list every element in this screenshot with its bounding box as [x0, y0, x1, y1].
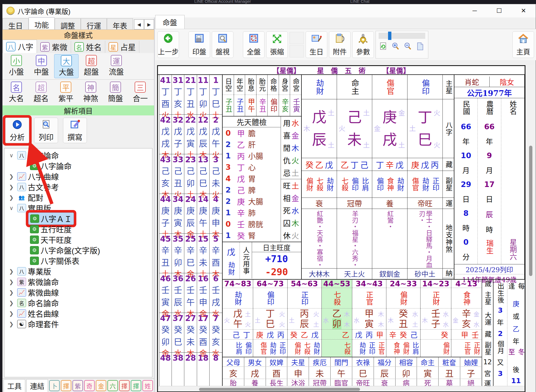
- 撰寫-button[interactable]: 撰寫: [63, 118, 87, 143]
- tree-item-實用版[interactable]: ∨八實用版: [4, 203, 152, 213]
- toolbar-張縮-button[interactable]: 張縮: [266, 31, 288, 58]
- nongli-column-value: 月: [486, 165, 493, 175]
- 分析-button[interactable]: 分析: [5, 118, 29, 143]
- horizontal-scrollbar[interactable]: [158, 386, 525, 392]
- zoom-zoomin-button[interactable]: [391, 42, 400, 52]
- bottom-app-icon-1[interactable]: 擇: [61, 380, 71, 391]
- type-tab-占星[interactable]: 星占星: [105, 41, 139, 53]
- tree-item-八字ＡＩ[interactable]: ⚙八字ＡＩ: [4, 213, 152, 224]
- toolbar-生日-button[interactable]: 生日: [306, 31, 327, 58]
- decade-right-element-top: 水: [443, 310, 449, 318]
- tab-scroll-left-button[interactable]: ◀: [134, 19, 144, 29]
- tree-item-紫微論命[interactable]: ❯紫紫微論命: [4, 277, 152, 287]
- chevron-right-icon[interactable]: ❯: [7, 279, 16, 285]
- zoom-slider[interactable]: [379, 33, 425, 39]
- tree-item-配對[interactable]: ❯👥配對: [4, 192, 152, 203]
- tree-item-紫微曲線[interactable]: ❯📈紫微曲線: [4, 287, 152, 298]
- size-button-大盤[interactable]: 大大盤: [54, 54, 79, 78]
- tab-年表[interactable]: 年表: [107, 18, 133, 29]
- zoom-slider-thumb[interactable]: [388, 32, 391, 40]
- tree-item-八字論命[interactable]: ∨八八字論命: [4, 150, 152, 161]
- extra-button-神煞[interactable]: 神神煞: [79, 81, 103, 104]
- vertical-scrollbar[interactable]: [527, 65, 534, 392]
- bottom-app-icon-8[interactable]: 姓: [142, 380, 153, 391]
- toolbar-參數-button[interactable]: 參數: [352, 31, 374, 58]
- tree-item-八字論命[interactable]: ⚙八字論命: [4, 161, 152, 171]
- vertical-scrollbar-thumb[interactable]: [529, 146, 532, 276]
- bottom-tab-連結[interactable]: 連結: [26, 379, 48, 392]
- maximize-button[interactable]: ☐: [487, 4, 511, 17]
- bottom-app-icon-2[interactable]: 紫: [72, 380, 83, 391]
- tab-生日[interactable]: 生日: [2, 18, 29, 29]
- extra-button-合一[interactable]: 三合一: [128, 81, 152, 104]
- bottom-app-icon-7[interactable]: 擇: [131, 380, 141, 391]
- tree-item-命理套件[interactable]: ❯☯命理套件: [4, 319, 152, 329]
- health-count: 3: [223, 163, 234, 171]
- bottom-app-icon-6[interactable]: 擇: [119, 380, 130, 391]
- year-stem: 己: [187, 164, 195, 176]
- tree-item-古文參考[interactable]: ❯八古文參考: [4, 182, 152, 192]
- size-button-流盤[interactable]: 運流盤: [104, 54, 129, 78]
- palace-name-row-cell: 妯娌: [460, 357, 482, 366]
- size-button-中盤[interactable]: 中中盤: [29, 54, 54, 78]
- yearly-cell: 12戊辰木: [197, 115, 210, 154]
- minimize-button[interactable]: ─: [462, 4, 487, 17]
- horizontal-scrollbar-thumb[interactable]: [199, 388, 360, 391]
- size-button-超盤[interactable]: 超超盤: [79, 54, 104, 78]
- pillar-sub-stars: 偏印食神劫財: [372, 171, 407, 198]
- chevron-down-icon[interactable]: ∨: [7, 205, 16, 211]
- type-tab-姓名[interactable]: 名姓名: [71, 41, 105, 53]
- toolbar-盤視-button[interactable]: 盤視: [212, 31, 233, 58]
- chevron-right-icon[interactable]: ❯: [7, 300, 16, 306]
- tree-item-八字命盤(文字版)[interactable]: ⚙八字命盤(文字版): [4, 245, 152, 256]
- zoom-zoomout-button[interactable]: [403, 42, 412, 52]
- tree-item-專業版[interactable]: ❯八專業版: [4, 266, 152, 277]
- tab-調整[interactable]: 調整: [55, 18, 81, 29]
- chevron-right-icon[interactable]: ❯: [7, 310, 16, 317]
- zoom-refresh-button[interactable]: [379, 42, 388, 52]
- toolbar-印盤-button[interactable]: 印盤: [188, 31, 210, 58]
- chevron-right-icon[interactable]: ❯: [7, 268, 16, 275]
- season-state-element: 水: [291, 205, 299, 216]
- bottom-app-icon-0[interactable]: 卜: [49, 380, 60, 391]
- type-tab-紫微[interactable]: 紫紫微: [37, 41, 71, 53]
- decade-right-element-top: 土: [245, 310, 251, 318]
- tree-item-八字曲線[interactable]: ❯📈八字曲線: [4, 171, 152, 182]
- chevron-right-icon[interactable]: ❯: [7, 173, 16, 180]
- sub-star: 正財: [473, 342, 480, 355]
- bottom-tab-工具[interactable]: 工具: [4, 379, 25, 392]
- tree-item-八字關係表[interactable]: ⚙八字關係表: [4, 256, 152, 266]
- extra-button-紫平[interactable]: 平紫平: [54, 81, 78, 104]
- close-button[interactable]: ✕: [511, 4, 536, 17]
- chevron-right-icon[interactable]: ❯: [7, 321, 16, 327]
- hidden-stem: 壬: [472, 329, 479, 340]
- bottom-app-icon-5[interactable]: 六: [107, 380, 118, 391]
- chevron-right-icon[interactable]: ❯: [7, 194, 16, 201]
- bottom-app-icon-3[interactable]: 奇: [84, 380, 95, 391]
- tab-行運[interactable]: 行運: [81, 18, 107, 29]
- toolbar-全盤-button[interactable]: 全盤: [243, 31, 265, 58]
- 列印-button[interactable]: 列印: [34, 118, 58, 143]
- toolbar-附件-button[interactable]: 附件: [329, 31, 351, 58]
- chevron-right-icon[interactable]: ❯: [7, 184, 16, 190]
- type-tab-八字[interactable]: 八八字: [2, 40, 37, 53]
- toolbar-上一步-button[interactable]: 上一步: [157, 31, 179, 58]
- chevron-down-icon[interactable]: ∨: [7, 152, 16, 159]
- extra-button-簡盤[interactable]: 簡簡盤: [103, 81, 127, 104]
- extra-button-超名[interactable]: 超超名: [29, 81, 53, 104]
- chevron-right-icon[interactable]: ❯: [7, 289, 16, 296]
- tab-功能[interactable]: 功能: [29, 17, 55, 29]
- size-button-小盤[interactable]: 小小盤: [4, 54, 29, 78]
- tree-item-五行旺度[interactable]: ⚙五行旺度: [4, 224, 152, 234]
- extra-button-大名[interactable]: 名大名: [4, 81, 28, 104]
- tree-item-姓名曲線[interactable]: ❯📈姓名曲線: [4, 308, 152, 319]
- bottom-app-icon-4[interactable]: 金: [96, 380, 106, 391]
- health-stem: 庚: [234, 196, 248, 207]
- tree-item-天干旺度[interactable]: ⚙天干旺度: [4, 234, 152, 245]
- pillar-right-element-top: 土: [328, 108, 334, 117]
- zoom-page-button[interactable]: [415, 42, 425, 52]
- toolbar-主頁-button[interactable]: 主頁: [512, 31, 534, 58]
- tab-mingpan[interactable]: 命盤: [155, 15, 185, 29]
- tree-item-命名論命[interactable]: ❯名命名論命: [4, 298, 152, 308]
- tab-scroll-right-button[interactable]: ▶: [144, 19, 154, 29]
